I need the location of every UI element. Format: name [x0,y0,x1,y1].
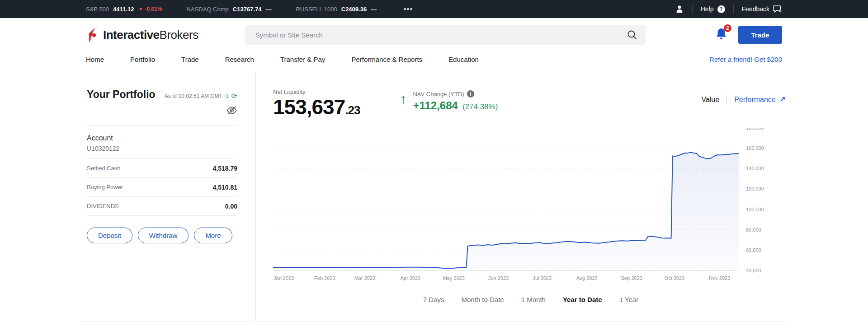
ticker-label: RUSSELL 1000 [296,6,337,13]
ticker-label: NASDAQ Comp [187,6,229,13]
net-liquidity-chart[interactable]: 180,000160,000140,000120,000100,00080,00… [273,128,788,284]
range-1-year[interactable]: 1 Year [619,296,639,303]
feedback-chat-pencil-icon [773,5,782,13]
up-arrow-icon: ↑ [400,92,406,106]
row-label: Buying Power [87,184,123,191]
ticker-label: S&P 500 [86,6,109,13]
divider [733,4,734,14]
nav-change-value: +112,684 [413,99,458,112]
main-nav: Home Portfolio Trade Research Transfer &… [0,47,868,72]
svg-text:80,000: 80,000 [746,227,761,232]
help-question-icon: ? [717,5,725,13]
ticker-more-ellipsis-icon[interactable]: ••• [404,5,413,13]
row-value: 4,510.81 [213,184,238,191]
svg-text:Oct 2023: Oct 2023 [665,275,685,281]
divider [726,95,727,104]
svg-text:Mar 2023: Mar 2023 [354,275,375,281]
external-arrow-icon: ↗ [779,95,786,104]
account-section-label: Account [87,134,237,142]
ticker-russell[interactable]: RUSSELL 1000 C2409.36 — [296,6,377,13]
svg-text:160,000: 160,000 [746,145,764,151]
view-toggle: Value Performance ↗ [701,88,786,104]
range-7-days[interactable]: 7 Days [423,296,444,303]
chart-canvas[interactable]: 180,000160,000140,000120,000100,00080,00… [273,128,780,284]
buying-power-row: Buying Power 4,510.81 [87,177,237,196]
ticker-value: C2409.36 [341,6,367,13]
refresh-icon[interactable]: ⟳ [231,93,237,100]
site-header: InteractiveBrokers 2 Trade Home Portfoli… [0,18,868,72]
nav-change-percent: (274.38%) [462,102,498,112]
hide-values-eye-icon[interactable] [226,106,237,115]
net-liquidity-label: Net Liquidity [273,88,360,95]
search-icon[interactable] [627,29,637,40]
svg-text:Jun 2023: Jun 2023 [488,275,509,281]
time-range-selector: 7 Days Month to Date 1 Month Year to Dat… [273,296,788,303]
nav-transfer-pay[interactable]: Transfer & Pay [280,56,325,63]
info-icon[interactable]: i [467,90,474,98]
ticker-change-flat: — [371,6,377,13]
dividends-row: DIVIDENDS 0.00 [87,196,237,215]
svg-text:Feb 2023: Feb 2023 [314,275,335,281]
svg-text:Jan 2023: Jan 2023 [274,275,294,281]
nav-performance-reports[interactable]: Performance & Reports [351,56,422,63]
view-performance-link[interactable]: Performance ↗ [734,95,786,104]
more-button[interactable]: More [194,228,232,243]
settled-cash-row: Settled Cash 4,518.79 [87,158,237,177]
svg-text:Sep 2023: Sep 2023 [621,275,642,281]
brand-name: InteractiveBrokers [103,28,198,42]
range-1-month[interactable]: 1 Month [521,296,546,303]
feedback-label: Feedback [742,5,769,13]
svg-text:40,000: 40,000 [746,268,761,273]
svg-text:Jul 2023: Jul 2023 [533,275,552,281]
ticker-sp500[interactable]: S&P 500 4411.12 ▼ -0.01% [86,6,162,13]
svg-text:140,000: 140,000 [746,166,764,172]
view-value-tab[interactable]: Value [701,96,719,104]
svg-text:60,000: 60,000 [746,247,761,253]
svg-text:100,000: 100,000 [746,207,764,212]
svg-text:120,000: 120,000 [746,186,764,192]
nav-change-block: ↑ NAV Change (YTD) i +112,684 (274.38%) [400,88,498,112]
nav-trade[interactable]: Trade [181,56,199,63]
portfolio-sidebar: Your Portfolio As of 10:02:51 AM GMT+1 ⟳… [80,72,256,321]
deposit-button[interactable]: Deposit [87,228,132,243]
page-title: Your Portfolio [87,88,156,101]
nav-research[interactable]: Research [225,56,254,63]
withdraw-button[interactable]: Withdraw [138,228,189,243]
ticker-value: C13767.74 [233,6,262,13]
ticker-change-flat: — [265,6,271,13]
nav-change-label: NAV Change (YTD) [413,91,464,98]
range-month-to-date[interactable]: Month to Date [462,296,504,303]
search-input[interactable] [255,31,627,39]
nav-home[interactable]: Home [86,56,104,63]
svg-text:Apr 2023: Apr 2023 [400,275,420,281]
notification-count-badge: 2 [724,24,731,32]
range-year-to-date[interactable]: Year to Date [563,296,602,303]
help-link[interactable]: Help ? [701,5,725,13]
nav-education[interactable]: Education [448,56,479,63]
ibkr-logo[interactable]: InteractiveBrokers [86,27,198,42]
as-of-timestamp: As of 10:02:51 AM GMT+1 [165,93,229,99]
net-liquidity-value: 153,637.23 [273,96,360,118]
feedback-link[interactable]: Feedback [742,5,782,13]
user-icon[interactable] [675,5,684,14]
ibkr-logo-mark [86,27,99,42]
site-search[interactable] [245,25,646,45]
ticker-nasdaq[interactable]: NASDAQ Comp C13767.74 — [187,6,272,13]
svg-text:Nov 2023: Nov 2023 [709,275,730,281]
divider [692,4,693,14]
notifications-bell[interactable]: 2 [715,28,727,42]
help-label: Help [701,5,714,13]
refer-friend-link[interactable]: Refer a friend! Get $200 [709,56,782,63]
portfolio-main: Net Liquidity 153,637.23 ↑ NAV Change (Y… [256,72,788,321]
row-value: 4,518.79 [213,165,238,172]
row-label: Settled Cash [87,165,120,172]
account-id: U10320122 [87,145,237,152]
ticker-value: 4411.12 [113,6,134,13]
svg-text:May 2023: May 2023 [443,275,464,281]
net-liquidity-block: Net Liquidity 153,637.23 [273,88,360,118]
ticker-change-down-icon: ▼ -0.01% [138,6,162,12]
trade-button[interactable]: Trade [738,26,782,44]
svg-text:Aug 2023: Aug 2023 [576,275,598,281]
svg-text:180,000: 180,000 [746,128,764,130]
nav-portfolio[interactable]: Portfolio [130,56,155,63]
